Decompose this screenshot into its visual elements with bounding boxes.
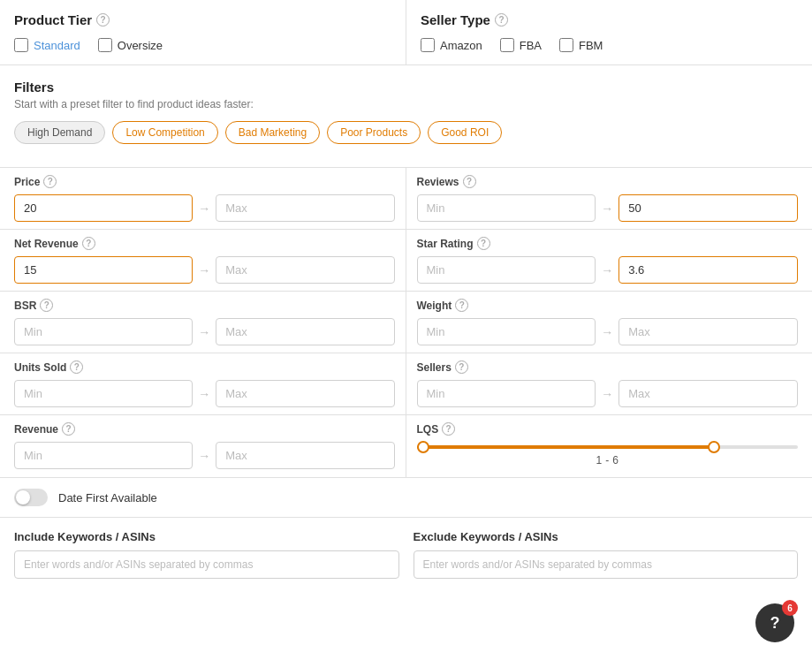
- oversize-option[interactable]: Oversize: [98, 38, 163, 52]
- bsr-help-icon[interactable]: ?: [40, 299, 53, 312]
- keywords-section: Include Keywords / ASINs Exclude Keyword…: [0, 518, 812, 591]
- star-rating-range: →: [417, 256, 799, 284]
- price-arrow: →: [198, 201, 210, 216]
- units-sold-label: Units Sold ?: [14, 360, 395, 374]
- revenue-label: Revenue ?: [14, 422, 395, 436]
- price-help-icon[interactable]: ?: [43, 175, 57, 188]
- tag-good-roi[interactable]: Good ROI: [428, 121, 502, 144]
- lqs-slider[interactable]: 1 - 6: [417, 442, 799, 470]
- weight-label: Weight ?: [417, 299, 799, 312]
- preset-tags: High Demand Low Competition Bad Marketin…: [14, 121, 798, 144]
- units-sold-range: →: [14, 380, 395, 407]
- date-first-available-section: Date First Available: [0, 478, 812, 518]
- net-revenue-label: Net Revenue ?: [14, 237, 395, 250]
- seller-type-options: Amazon FBA FBM: [421, 38, 798, 52]
- sellers-max-input[interactable]: [618, 380, 798, 407]
- net-revenue-min-input[interactable]: [14, 256, 193, 284]
- tag-poor-products[interactable]: Poor Products: [327, 121, 421, 144]
- units-sold-help-icon[interactable]: ?: [70, 360, 83, 374]
- units-sold-min-input[interactable]: [14, 380, 193, 407]
- tag-low-competition[interactable]: Low Competition: [112, 121, 217, 144]
- price-min-input[interactable]: [14, 194, 193, 222]
- revenue-range: →: [14, 442, 395, 469]
- standard-checkbox[interactable]: [14, 38, 28, 52]
- bsr-min-input[interactable]: [14, 318, 193, 345]
- lqs-dash: -: [605, 454, 609, 467]
- revenue-max-input[interactable]: [216, 442, 394, 469]
- weight-max-input[interactable]: [618, 318, 798, 345]
- lqs-label: LQS ?: [417, 422, 799, 436]
- reviews-max-input[interactable]: [618, 194, 798, 222]
- fba-checkbox[interactable]: [500, 38, 514, 52]
- net-revenue-help-icon[interactable]: ?: [82, 237, 95, 250]
- revenue-min-input[interactable]: [14, 442, 193, 469]
- standard-option[interactable]: Standard: [14, 38, 80, 52]
- include-keywords-label: Include Keywords / ASINs: [14, 530, 399, 543]
- amazon-option[interactable]: Amazon: [421, 38, 482, 52]
- seller-type-help-icon[interactable]: ?: [495, 13, 508, 27]
- date-toggle[interactable]: [14, 489, 48, 506]
- sellers-help-icon[interactable]: ?: [455, 360, 468, 374]
- weight-help-icon[interactable]: ?: [455, 299, 468, 312]
- bsr-max-input[interactable]: [216, 318, 394, 345]
- bsr-label: BSR ?: [14, 299, 395, 312]
- product-tier-label: Product Tier: [14, 12, 92, 27]
- star-rating-min-input[interactable]: [417, 256, 596, 284]
- lqs-fill: [417, 445, 715, 449]
- price-range: →: [14, 194, 395, 222]
- include-keywords-col: Include Keywords / ASINs: [14, 530, 399, 579]
- lqs-range-labels: 1 - 6: [417, 454, 799, 467]
- reviews-label: Reviews ?: [417, 175, 799, 188]
- lqs-track: [417, 445, 799, 449]
- weight-min-input[interactable]: [417, 318, 596, 345]
- product-tier-help-icon[interactable]: ?: [96, 13, 110, 27]
- tag-bad-marketing[interactable]: Bad Marketing: [225, 121, 320, 144]
- include-keywords-input[interactable]: [14, 550, 399, 579]
- seller-type-label: Seller Type: [421, 12, 490, 27]
- star-rating-label: Star Rating ?: [417, 237, 799, 250]
- product-tier-title: Product Tier ?: [14, 12, 391, 27]
- lqs-thumb-right[interactable]: [708, 441, 720, 453]
- amazon-label: Amazon: [440, 39, 482, 52]
- toggle-knob: [16, 490, 30, 504]
- reviews-help-icon[interactable]: ?: [463, 175, 476, 188]
- revenue-help-icon[interactable]: ?: [62, 422, 75, 436]
- lqs-max-label: 6: [612, 454, 618, 467]
- sellers-arrow: →: [601, 387, 613, 401]
- standard-label: Standard: [34, 39, 80, 52]
- fba-option[interactable]: FBA: [500, 38, 542, 52]
- units-sold-max-input[interactable]: [216, 380, 394, 407]
- product-tier-options: Standard Oversize: [14, 38, 391, 52]
- exclude-keywords-col: Exclude Keywords / ASINs: [414, 530, 799, 579]
- star-rating-arrow: →: [601, 263, 613, 277]
- units-sold-arrow: →: [198, 387, 210, 401]
- lqs-help-icon[interactable]: ?: [442, 422, 455, 436]
- weight-arrow: →: [601, 325, 613, 339]
- fbm-option[interactable]: FBM: [559, 38, 603, 52]
- net-revenue-arrow: →: [198, 263, 210, 277]
- reviews-min-input[interactable]: [417, 194, 596, 222]
- sellers-range: →: [417, 380, 799, 407]
- net-revenue-max-input[interactable]: [216, 256, 394, 284]
- exclude-keywords-input[interactable]: [414, 550, 799, 579]
- lqs-thumb-left[interactable]: [417, 441, 429, 453]
- lqs-min-label: 1: [596, 454, 603, 467]
- fba-label: FBA: [520, 39, 542, 52]
- sellers-label: Sellers ?: [417, 360, 799, 374]
- seller-type-title: Seller Type ?: [421, 12, 798, 27]
- price-max-input[interactable]: [216, 194, 394, 222]
- exclude-keywords-label: Exclude Keywords / ASINs: [414, 530, 799, 543]
- amazon-checkbox[interactable]: [421, 38, 435, 52]
- net-revenue-range: →: [14, 256, 395, 284]
- tag-high-demand[interactable]: High Demand: [14, 121, 105, 144]
- revenue-arrow: →: [198, 449, 210, 463]
- oversize-checkbox[interactable]: [98, 38, 112, 52]
- bsr-range: →: [14, 318, 395, 345]
- reviews-arrow: →: [601, 201, 613, 216]
- bsr-arrow: →: [198, 325, 210, 339]
- fbm-checkbox[interactable]: [559, 38, 573, 52]
- sellers-min-input[interactable]: [417, 380, 596, 407]
- star-rating-help-icon[interactable]: ?: [477, 237, 490, 250]
- star-rating-max-input[interactable]: [618, 256, 798, 284]
- weight-range: →: [417, 318, 799, 345]
